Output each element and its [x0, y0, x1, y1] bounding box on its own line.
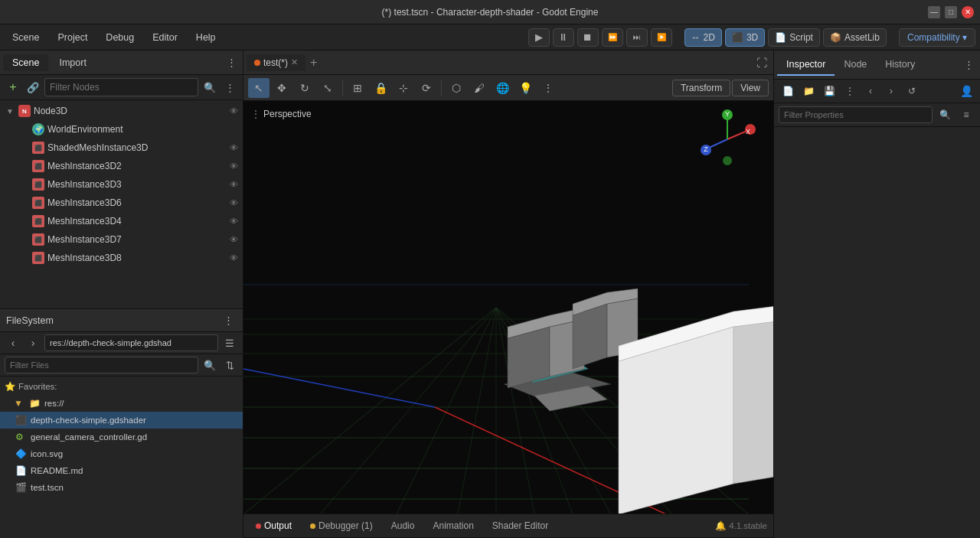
visibility-icon[interactable]: 👁 [230, 253, 238, 262]
inspector-save-button[interactable]: 💾 [820, 83, 838, 99]
tree-item-mesh6[interactable]: ⬛ MeshInstance3D6 👁 [0, 194, 243, 212]
compatibility-button[interactable]: Compatibility ▾ [899, 28, 975, 47]
tree-item-mesh7[interactable]: ⬛ MeshInstance3D7 👁 [0, 230, 243, 249]
viewport-expand-button[interactable]: ⛶ [753, 54, 770, 71]
view-button[interactable]: View [732, 80, 769, 96]
fs-item-shader[interactable]: ⬛ depth-check-simple.gdshader [0, 412, 243, 429]
search-node-button[interactable]: 🔍 [201, 79, 218, 96]
menu-help[interactable]: Help [188, 29, 224, 46]
local-global-button[interactable]: ⟳ [416, 78, 437, 98]
perspective-label[interactable]: Perspective [251, 109, 312, 119]
tab-close-button[interactable]: ✕ [291, 57, 298, 67]
menu-scene[interactable]: Scene [5, 29, 47, 46]
mode-assetlib-button[interactable]: 📦 AssetLib [823, 28, 887, 47]
viewport-tab-test[interactable]: test(*) ✕ [247, 54, 305, 71]
more-button[interactable]: ⋮ [537, 78, 559, 98]
stop-button[interactable]: ⏹ [577, 28, 599, 47]
grid-snap-button[interactable]: ⊹ [393, 78, 414, 98]
tab-history[interactable]: History [876, 54, 924, 76]
mode-script-button[interactable]: 📄 Script [768, 28, 820, 47]
tree-item-node3d[interactable]: ▼ N Node3D 👁 [0, 102, 243, 120]
inspector-history-button[interactable]: ↺ [903, 83, 921, 99]
menu-project[interactable]: Project [50, 29, 95, 46]
inspector-back-button[interactable]: ‹ [861, 83, 880, 99]
play-scene-button[interactable]: ▶️ [651, 28, 672, 47]
close-button[interactable]: ✕ [962, 6, 974, 18]
lock-button[interactable]: 🔒 [370, 78, 391, 98]
orientation-gizmo[interactable]: X Y Z [697, 109, 758, 170]
play-button[interactable]: ▶ [528, 28, 550, 47]
fs-options-button[interactable]: ⋮ [220, 312, 237, 329]
inspector-forward-button[interactable]: › [882, 83, 900, 99]
sort-properties-button[interactable]: ≡ [957, 106, 975, 123]
fs-back-button[interactable]: ‹ [5, 334, 21, 351]
inspector-open-button[interactable]: 📁 [799, 83, 818, 99]
inspector-avatar-button[interactable]: 👤 [957, 83, 975, 99]
fs-path-input[interactable] [44, 334, 218, 351]
node-options-button[interactable]: ⋮ [221, 79, 238, 96]
minimize-button[interactable]: — [928, 6, 940, 18]
tree-item-mesh3[interactable]: ⬛ MeshInstance3D3 👁 [0, 175, 243, 194]
surface-button[interactable]: ⬡ [446, 78, 467, 98]
search-properties-button[interactable]: 🔍 [936, 106, 954, 123]
scene-options-button[interactable]: ⋮ [223, 54, 240, 71]
visibility-icon[interactable]: 👁 [230, 161, 238, 171]
inspector-new-button[interactable]: 📄 [779, 83, 797, 99]
visibility-icon[interactable]: 👁 [230, 143, 238, 152]
filter-properties-input[interactable] [779, 106, 933, 123]
move-tool-button[interactable]: ✥ [271, 78, 292, 98]
tree-item-shaded-mesh[interactable]: ⬛ ShadedMeshInstance3D 👁 [0, 139, 243, 157]
tab-animation[interactable]: Animation [426, 518, 479, 533]
tree-item-mesh4[interactable]: ⬛ MeshInstance3D4 👁 [0, 212, 243, 230]
tab-scene[interactable]: Scene [3, 54, 48, 71]
visibility-icon[interactable]: 👁 [230, 217, 238, 226]
tab-audio[interactable]: Audio [385, 518, 421, 533]
play-custom-button[interactable]: ⏭ [626, 28, 648, 47]
filter-nodes-input[interactable] [44, 78, 198, 96]
transform-button[interactable]: Transform [672, 80, 730, 96]
fs-search-button[interactable]: 🔍 [201, 357, 218, 373]
mode-2d-button[interactable]: ↔ 2D [684, 28, 722, 47]
tab-inspector[interactable]: Inspector [777, 54, 835, 76]
visibility-icon[interactable]: 👁 [230, 198, 238, 207]
shader-button[interactable]: 🖌 [469, 78, 490, 98]
tree-item-worldenv[interactable]: 🌍 WorldEnvironment [0, 120, 243, 139]
fs-list-button[interactable]: ☰ [221, 334, 238, 351]
mode-3d-button[interactable]: ⬛ 3D [725, 28, 765, 47]
fs-forward-button[interactable]: › [24, 334, 41, 351]
tab-debugger[interactable]: Debugger (1) [304, 518, 379, 533]
add-node-button[interactable]: + [5, 79, 21, 96]
visibility-icon[interactable]: 👁 [230, 235, 238, 244]
menu-editor[interactable]: Editor [145, 29, 185, 46]
fs-item-tscn[interactable]: 🎬 test.tscn [0, 479, 243, 496]
viewport-3d[interactable]: Perspective X Y Z [243, 101, 773, 514]
tab-shader-editor[interactable]: Shader Editor [486, 518, 554, 533]
filter-files-input[interactable] [5, 357, 198, 373]
tree-item-mesh8[interactable]: ⬛ MeshInstance3D8 👁 [0, 249, 243, 267]
select-tool-button[interactable]: ↖ [248, 78, 270, 98]
menu-debug[interactable]: Debug [98, 29, 142, 46]
fs-item-md[interactable]: 📄 README.md [0, 462, 243, 479]
layout-button[interactable]: ⊞ [347, 78, 368, 98]
pause-button[interactable]: ⏸ [553, 28, 574, 47]
scale-tool-button[interactable]: ⤡ [317, 78, 338, 98]
fs-item-svg[interactable]: 🔷 icon.svg [0, 445, 243, 462]
inspector-more-button[interactable]: ⋮ [841, 83, 859, 99]
rotate-tool-button[interactable]: ↻ [294, 78, 315, 98]
fs-item-gd[interactable]: ⚙ general_camera_controller.gd [0, 429, 243, 445]
fs-sort-button[interactable]: ⇅ [221, 357, 238, 373]
tree-item-mesh2[interactable]: ⬛ MeshInstance3D2 👁 [0, 157, 243, 175]
maximize-button[interactable]: □ [945, 6, 957, 18]
light-button[interactable]: 💡 [514, 78, 536, 98]
tab-node[interactable]: Node [835, 54, 876, 76]
tab-add-button[interactable]: + [310, 56, 317, 70]
step-button[interactable]: ⏩ [602, 28, 623, 47]
env-button[interactable]: 🌐 [492, 78, 513, 98]
fs-item-res[interactable]: ▼ 📁 res:// [0, 395, 243, 412]
tab-output[interactable]: Output [250, 518, 298, 533]
visibility-icon[interactable]: 👁 [230, 106, 238, 116]
window-controls[interactable]: — □ ✕ [928, 6, 974, 18]
inspector-options-button[interactable]: ⋮ [960, 57, 977, 73]
tab-import[interactable]: Import [50, 54, 95, 71]
visibility-icon[interactable]: 👁 [230, 180, 238, 189]
